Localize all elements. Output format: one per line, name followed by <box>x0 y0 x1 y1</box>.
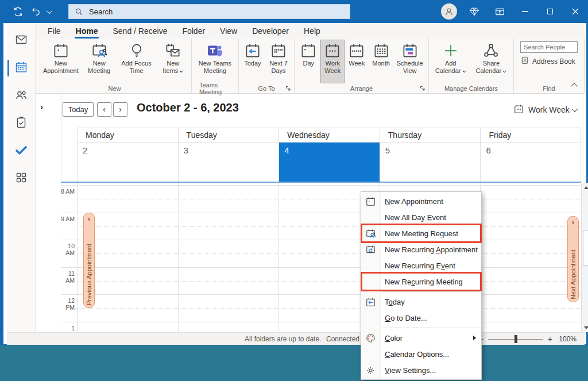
share-calendar-button[interactable]: Share Calendar <box>471 40 512 83</box>
account-avatar[interactable] <box>436 0 462 23</box>
search-people-input[interactable] <box>520 41 578 53</box>
tab-send-receive[interactable]: Send / Receive <box>105 23 175 39</box>
schedule-icon <box>401 42 419 59</box>
time-row-11-am[interactable] <box>61 267 581 295</box>
menu-item-new-appointment[interactable]: New Appointment <box>361 193 481 209</box>
menu-item-label: New Recurring Meeting <box>385 278 463 286</box>
today-button[interactable]: Today <box>241 40 265 83</box>
close-button[interactable] <box>563 0 588 23</box>
time-row-9-am[interactable] <box>61 213 581 240</box>
menu-item-new-all-day-event[interactable]: New All Day Event <box>361 209 481 225</box>
zoom-slider-thumb[interactable] <box>514 335 517 343</box>
menu-item-new-recurring-meeting[interactable]: New Recurring Meeting <box>361 274 481 290</box>
maximize-button[interactable] <box>537 0 563 23</box>
next-appointment-tab[interactable]: › Next Appointment <box>567 216 579 302</box>
all-day-cell-thursday[interactable]: 5 <box>380 143 481 182</box>
menu-item-go-to-date[interactable]: Go to Date... <box>361 310 481 326</box>
today-button[interactable]: Today <box>63 102 94 117</box>
new-meeting-button[interactable]: New Meeting <box>82 40 117 83</box>
day-header-monday[interactable]: Monday <box>77 128 178 143</box>
next-7-days-button[interactable]: Next 7 Days <box>265 40 292 83</box>
menu-item-new-recurring-appointment[interactable]: New Recurring Appointment <box>361 241 481 257</box>
tab-developer[interactable]: Developer <box>245 23 296 39</box>
time-row-10-am[interactable] <box>61 240 581 267</box>
all-day-cell-monday[interactable]: 2 <box>77 143 178 182</box>
sidebar-item-apps[interactable] <box>7 166 35 191</box>
scrollbar-thumb[interactable] <box>583 230 588 265</box>
time-label: 1 PM <box>61 323 75 333</box>
minimize-button[interactable] <box>512 0 537 23</box>
time-row-8-am[interactable] <box>61 185 581 213</box>
all-day-cell-wednesday[interactable]: 4 <box>278 143 380 182</box>
next-week-button[interactable]: › <box>113 102 127 117</box>
schedule-view-button[interactable]: Schedule View <box>393 40 427 83</box>
time-grid[interactable]: 8 AM9 AM10 AM11 AM12 PM1 PM <box>61 183 581 332</box>
dialog-launcher-icon[interactable] <box>285 86 291 91</box>
zoom-in-button[interactable]: + <box>548 336 552 342</box>
sidebar-item-people[interactable] <box>7 83 35 109</box>
add-focus-time-button[interactable]: Add Focus Time <box>117 40 157 83</box>
day-header-thursday[interactable]: Thursday <box>380 128 481 143</box>
sidebar-item-tasks[interactable] <box>7 110 35 136</box>
share-calendar-icon <box>482 42 500 59</box>
vertical-scrollbar[interactable] <box>581 183 588 332</box>
expand-folder-pane-chevron[interactable]: › <box>40 102 43 111</box>
tab-folder[interactable]: Folder <box>175 23 212 39</box>
people-icon <box>14 88 28 104</box>
new-items-button[interactable]: New Items <box>157 40 189 83</box>
tab-view[interactable]: View <box>212 23 245 39</box>
menu-item-calendar-options[interactable]: Calendar Options... <box>361 346 481 362</box>
button-label: Schedule View <box>397 60 423 75</box>
app-sidebar <box>7 23 36 345</box>
button-label: Add Calendar <box>434 60 467 75</box>
tab-home[interactable]: Home <box>68 23 106 39</box>
scroll-up-button[interactable] <box>582 183 588 192</box>
menu-item-view-settings[interactable]: View Settings... <box>361 362 481 378</box>
ribbon-group-label: Go To <box>258 85 275 92</box>
diamond-icon[interactable] <box>462 0 487 23</box>
button-label: Add Focus Time <box>120 60 153 75</box>
menu-item-new-recurring-event[interactable]: New Recurring Event <box>361 257 481 274</box>
new-appointment-button[interactable]: New Appointment <box>40 40 82 83</box>
sidebar-item-mail[interactable] <box>7 28 35 53</box>
new-teams-meeting-button[interactable]: New Teams Meeting <box>194 40 237 83</box>
undo-icon[interactable] <box>30 6 41 17</box>
day-button[interactable]: Day <box>296 40 320 83</box>
scroll-down-button[interactable] <box>582 323 588 332</box>
new-items-icon <box>164 42 181 59</box>
tab-help[interactable]: Help <box>296 23 328 39</box>
add-calendar-button[interactable]: Add Calendar <box>431 40 471 83</box>
sidebar-item-to-do[interactable] <box>7 138 35 164</box>
time-row-1-pm[interactable] <box>61 322 581 333</box>
all-day-cell-friday[interactable]: 6 <box>480 143 581 182</box>
menu-item-label: New Meeting Request <box>385 229 458 238</box>
month-button[interactable]: Month <box>369 40 393 83</box>
all-day-cell-tuesday[interactable]: 3 <box>178 143 279 182</box>
time-row-12-pm[interactable] <box>61 294 581 322</box>
menu-item-label: New Recurring Event <box>385 261 455 270</box>
work-week-button[interactable]: Work Week <box>320 40 345 83</box>
menu-item-new-meeting-request[interactable]: New Meeting Request <box>361 225 481 241</box>
menu-item-today[interactable]: Today <box>361 294 481 310</box>
submenu-arrow-icon <box>473 336 476 340</box>
day-header-tuesday[interactable]: Tuesday <box>178 128 279 143</box>
menu-item-color[interactable]: Color <box>361 330 481 346</box>
tab-file[interactable]: File <box>40 23 68 39</box>
zoom-slider[interactable] <box>488 335 543 343</box>
search-bar[interactable] <box>68 4 350 19</box>
sidebar-item-calendar[interactable] <box>7 55 35 81</box>
week-button[interactable]: Week <box>345 40 369 83</box>
address-book-button[interactable]: Address Book <box>520 56 578 67</box>
dialog-launcher-icon[interactable] <box>420 86 425 91</box>
status-bar: All folders are up to date. Connected to… <box>7 332 585 345</box>
previous-week-button[interactable]: ‹ <box>97 102 111 117</box>
previous-appointment-tab[interactable]: ‹ Previous Appointment <box>83 213 95 308</box>
sync-icon[interactable] <box>13 6 24 17</box>
coming-soon-icon[interactable] <box>487 0 512 23</box>
day-header-friday[interactable]: Friday <box>480 128 581 143</box>
new-appointment-icon <box>361 196 380 207</box>
day-header-wednesday[interactable]: Wednesday <box>278 128 380 143</box>
search-input[interactable] <box>88 7 318 17</box>
view-selector[interactable]: Work Week <box>513 103 578 116</box>
customize-toolbar-chevron-icon[interactable] <box>47 8 52 14</box>
